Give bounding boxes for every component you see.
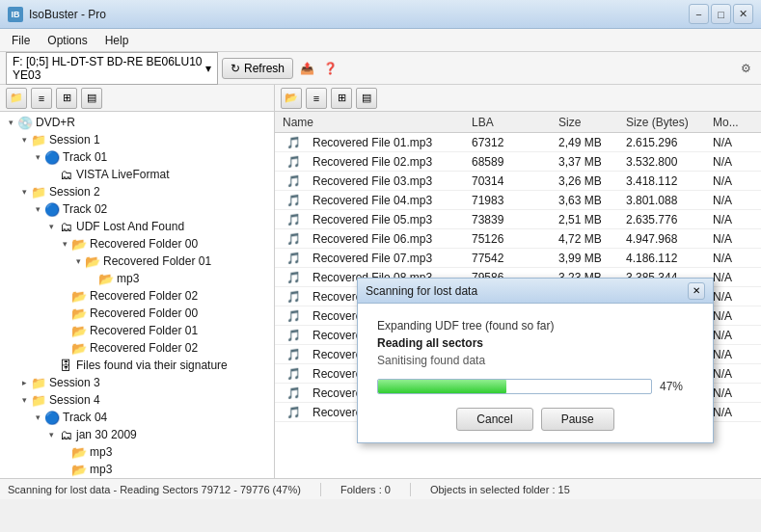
minimize-button[interactable]: − (689, 4, 709, 24)
scanning-dialog: Scanning for lost data ✕ Expanding UDF t… (357, 278, 714, 443)
dialog-title: Scanning for lost data (366, 284, 477, 298)
pause-button[interactable]: Pause (541, 408, 614, 431)
help-icon[interactable]: ❓ (320, 59, 340, 78)
refresh-icon: ↻ (231, 62, 240, 75)
menu-bar: File Options Help (0, 29, 761, 52)
dialog-line1: Expanding UDF tree (found so far) (377, 319, 693, 332)
refresh-button[interactable]: ↻ Refresh (222, 58, 293, 79)
progress-fill (378, 380, 506, 393)
menu-file[interactable]: File (4, 32, 38, 49)
dialog-line3: Sanitising found data (377, 354, 693, 367)
dialog-overlay: Scanning for lost data ✕ Expanding UDF t… (0, 85, 761, 478)
progress-percent: 47% (660, 380, 693, 393)
dialog-close-button[interactable]: ✕ (688, 282, 705, 300)
status-folders: Folders : 0 (340, 484, 391, 495)
close-button[interactable]: ✕ (733, 4, 753, 24)
dialog-line2: Reading all sectors (377, 336, 693, 350)
title-text: IsoBuster - Pro (29, 8, 106, 21)
chevron-down-icon: ▾ (205, 62, 211, 75)
status-separator1 (320, 483, 321, 496)
dialog-title-bar: Scanning for lost data ✕ (358, 279, 713, 304)
menu-help[interactable]: Help (97, 32, 137, 49)
app-icon: IB (8, 7, 23, 22)
menu-options[interactable]: Options (40, 32, 95, 49)
progress-bar (377, 379, 652, 394)
status-bar: Scanning for lost data - Reading Sectors… (0, 478, 761, 499)
status-objects: Objects in selected folder : 15 (430, 484, 570, 495)
cancel-button[interactable]: Cancel (456, 408, 532, 431)
drive-selector[interactable]: F: [0;5] HL-DT-ST BD-RE BE06LU10 YE03 ▾ (6, 52, 218, 85)
title-bar: IB IsoBuster - Pro − □ ✕ (0, 0, 761, 29)
status-separator2 (410, 483, 411, 496)
toolbar: F: [0;5] HL-DT-ST BD-RE BE06LU10 YE03 ▾ … (0, 52, 761, 85)
status-text: Scanning for lost data - Reading Sectors… (8, 484, 301, 495)
progress-container: 47% (377, 379, 693, 394)
maximize-button[interactable]: □ (711, 4, 731, 24)
settings-icon[interactable]: ⚙ (736, 59, 755, 78)
extract-icon[interactable]: 📤 (297, 59, 316, 78)
